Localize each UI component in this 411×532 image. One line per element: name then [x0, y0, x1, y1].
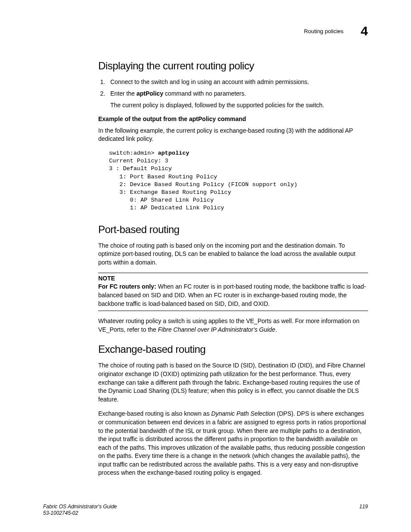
heading-port-based-routing: Port-based routing — [98, 224, 368, 236]
code-output: switch:admin> aptpolicy Current Policy: … — [109, 149, 368, 212]
heading-exchange-based-routing: Exchange-based routing — [98, 343, 368, 355]
footer-page-number: 119 — [359, 504, 368, 517]
ebr-para-2: Exchange-based routing is also known as … — [98, 410, 368, 477]
step-1: Connect to the switch and log in using a… — [107, 78, 368, 86]
pbr-para-2: Whatever routing policy a switch is usin… — [98, 317, 368, 334]
chapter-number: 4 — [361, 24, 368, 38]
note-rule-bottom — [98, 311, 368, 311]
example-intro: In the following example, the current po… — [98, 127, 368, 143]
footer-left: Fabric OS Administrator's Guide 53-10027… — [43, 504, 117, 517]
steps-list: Connect to the switch and log in using a… — [98, 78, 368, 109]
step-2-sub: The current policy is displayed, followe… — [110, 101, 368, 109]
page-header: Routing policies 4 — [43, 24, 368, 38]
note-body: For FC routers only: When an FC router i… — [98, 283, 368, 308]
ebr-para-1: The choice of routing path is based on t… — [98, 361, 368, 404]
step-2: Enter the aptPolicy command with no para… — [107, 90, 368, 109]
heading-displaying-routing-policy: Displaying the current routing policy — [98, 60, 368, 72]
pbr-para-1: The choice of routing path is based only… — [98, 242, 368, 267]
example-header: Example of the output from the aptPolicy… — [98, 115, 368, 122]
note-title: NOTE — [98, 275, 368, 282]
page-footer: Fabric OS Administrator's Guide 53-10027… — [43, 504, 368, 517]
header-section: Routing policies — [304, 28, 344, 34]
note-rule-top — [98, 273, 368, 273]
